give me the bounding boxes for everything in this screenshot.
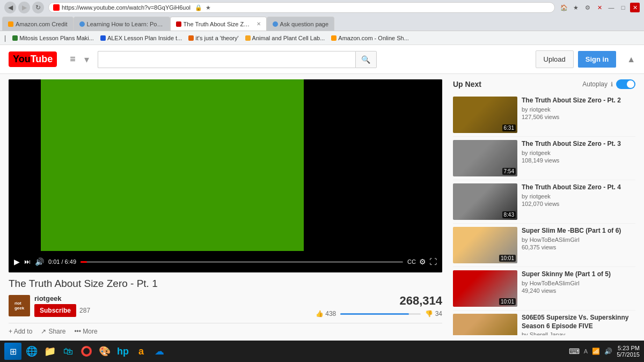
share-button[interactable]: ↗ Share (41, 328, 65, 335)
tab-label: Ask question page (280, 21, 329, 27)
taskbar-ie-icon[interactable]: 🌐 (24, 343, 40, 359)
signal-icon[interactable]: 📶 (592, 348, 600, 355)
settings-gear-icon[interactable]: ⚙ (419, 257, 426, 266)
related-video-item[interactable]: 10:01 Super Skinny Me (Part 1 of 5) by H… (453, 267, 635, 311)
main-content: ▶ ⏭ 🔊 0:01 / 6:49 CC ⚙ ⛶ The Truth About… (0, 74, 644, 341)
bookmark-favicon (245, 35, 251, 41)
header-right: Upload Sign in (536, 50, 617, 68)
taskbar-paint-icon[interactable]: 🎨 (97, 343, 113, 359)
menu-arrow-icon[interactable]: ▾ (84, 54, 89, 65)
taskbar-amazon-icon[interactable]: a (133, 343, 149, 359)
taskbar-onedrive-icon[interactable]: ☁ (151, 343, 167, 359)
window-close[interactable]: ✕ (630, 3, 640, 12)
refresh-button[interactable]: ↻ (32, 2, 44, 13)
play-button[interactable]: ▶ (14, 257, 20, 266)
bookmark-favicon (331, 35, 336, 41)
search-input[interactable] (98, 51, 355, 68)
add-to-button[interactable]: + Add to (9, 328, 32, 335)
scroll-up-icon[interactable]: ▲ (627, 55, 635, 64)
bookmark-theory[interactable]: it's just a 'theory' (188, 35, 238, 41)
controls-right: CC ⚙ ⛶ (407, 257, 437, 266)
related-video-item[interactable]: 40:46 S06E05 Supersize Vs. Superskinny S… (453, 311, 635, 335)
cc-button[interactable]: CC (407, 258, 416, 265)
amazon-icon: a (138, 346, 144, 357)
next-button[interactable]: ⏭ (24, 258, 31, 265)
related-thumb: 7:54 (453, 140, 517, 176)
related-views: 102,070 views (522, 201, 635, 207)
search-bar: 🔍 (98, 51, 377, 68)
channel-name[interactable]: riotgeek (34, 294, 90, 302)
channel-avatar[interactable]: riotgeek (9, 295, 30, 316)
tab-amazon-credit[interactable]: Amazon.com Credit (2, 17, 74, 31)
dislike-icon[interactable]: 👎 34 (425, 310, 442, 317)
close-button[interactable]: ✕ (595, 3, 604, 12)
fullscreen-button[interactable]: ⛶ (429, 257, 437, 266)
site-favicon (53, 4, 60, 11)
upload-button[interactable]: Upload (536, 50, 574, 68)
related-video-item[interactable]: 7:54 The Truth About Size Zero - Pt. 3 b… (453, 137, 635, 180)
video-section: ▶ ⏭ 🔊 0:01 / 6:49 CC ⚙ ⛶ The Truth About… (9, 79, 442, 335)
taskbar-folder-icon[interactable]: 📁 (42, 343, 58, 359)
view-count: 268,314 (399, 294, 442, 308)
related-views: 127,506 views (522, 114, 635, 120)
ime-icon[interactable]: A (584, 348, 588, 354)
like-bar (340, 313, 421, 315)
video-player[interactable]: ▶ ⏭ 🔊 0:01 / 6:49 CC ⚙ ⛶ (9, 79, 442, 272)
tab-label: Learning How to Learn: Powerf... (87, 21, 164, 27)
autoplay-toggle[interactable] (616, 79, 635, 89)
volume-icon[interactable]: 🔊 (604, 348, 612, 355)
like-icon[interactable]: 👍 438 (316, 310, 336, 317)
related-thumb: 8:43 (453, 183, 517, 220)
home-button[interactable]: 🏠 (559, 3, 569, 12)
progress-fill (80, 261, 87, 263)
tab-learning[interactable]: Learning How to Learn: Powerf... (74, 17, 170, 31)
favorites-star[interactable]: ★ (571, 3, 581, 12)
channel-info: riotgeek Subscribe 287 (34, 294, 90, 317)
autoplay-info-icon[interactable]: ℹ (611, 81, 613, 88)
related-video-item[interactable]: 8:43 The Truth About Size Zero - Pt. 4 b… (453, 180, 635, 224)
autoplay-section: Autoplay ℹ (582, 79, 635, 89)
taskbar-right: ⌨ A 📶 🔊 5:23 PM 5/7/2015 (569, 345, 640, 358)
maximize-button[interactable]: □ (618, 3, 628, 12)
tab-truth-size-zero[interactable]: The Truth About Size Zero -... ✕ (170, 17, 267, 31)
more-button[interactable]: ••• More (74, 328, 97, 335)
search-button[interactable]: 🔍 (355, 51, 377, 68)
progress-bar[interactable] (80, 261, 403, 263)
start-button[interactable]: ⊞ (4, 343, 21, 360)
taskbar-store-icon[interactable]: 🛍 (60, 343, 76, 359)
taskbar: ⊞ 🌐 📁 🛍 ⭕ 🎨 hp a ☁ ⌨ A 📶 🔊 5:23 PM 5/7/2… (0, 341, 644, 362)
related-info: The Truth About Size Zero - Pt. 3 by rio… (522, 140, 635, 176)
related-video-item[interactable]: 10:01 Super Slim Me -BBC (Part 1 of 6) b… (453, 224, 635, 267)
bookmark-label: it's just a 'theory' (195, 35, 238, 41)
volume-button[interactable]: 🔊 (35, 257, 44, 266)
hamburger-menu-icon[interactable]: ≡ (70, 54, 76, 65)
minimize-button[interactable]: — (606, 3, 616, 12)
settings-button[interactable]: ⚙ (583, 3, 592, 12)
bookmark-alex[interactable]: ALEX Lesson Plan Inside t... (100, 35, 182, 41)
tab-favicon (273, 21, 278, 27)
related-info: The Truth About Size Zero - Pt. 4 by rio… (522, 183, 635, 220)
related-info: Super Skinny Me (Part 1 of 5) by HowToBe… (522, 270, 635, 307)
signin-button[interactable]: Sign in (578, 51, 616, 68)
bookmark-animal-plant[interactable]: Animal and Plant Cell Lab... (245, 35, 325, 41)
up-next-label: Up Next (453, 80, 481, 88)
bookmark-amazon[interactable]: Amazon.com - Online Sh... (331, 35, 408, 41)
tab-close-icon[interactable]: ✕ (257, 21, 261, 27)
tab-label: Amazon.com Credit (16, 21, 68, 27)
taskbar-chrome-icon[interactable]: ⭕ (78, 343, 94, 359)
tab-ask-question[interactable]: Ask question page (267, 17, 335, 31)
thumb-duration: 10:01 (499, 255, 516, 262)
related-title: The Truth About Size Zero - Pt. 2 (522, 97, 635, 105)
address-bar[interactable]: https://www.youtube.com/watch?v=8GqYGiH6… (48, 2, 555, 13)
forward-button[interactable]: ▶ (18, 2, 30, 13)
taskbar-hp-icon[interactable]: hp (115, 343, 131, 359)
related-title: Super Skinny Me (Part 1 of 5) (522, 270, 635, 279)
like-dislike-row: 👍 438 👎 34 (316, 310, 442, 317)
related-video-item[interactable]: 6:31 The Truth About Size Zero - Pt. 2 b… (453, 93, 635, 137)
bookmarks-label: | (4, 34, 6, 42)
keyboard-icon[interactable]: ⌨ (569, 347, 580, 356)
subscribe-button[interactable]: Subscribe (34, 304, 76, 317)
bookmark-mitosis[interactable]: Mitosis Lesson Plans Maki... (12, 35, 94, 41)
back-button[interactable]: ◀ (4, 2, 16, 13)
youtube-logo[interactable]: YouTube (9, 51, 57, 67)
